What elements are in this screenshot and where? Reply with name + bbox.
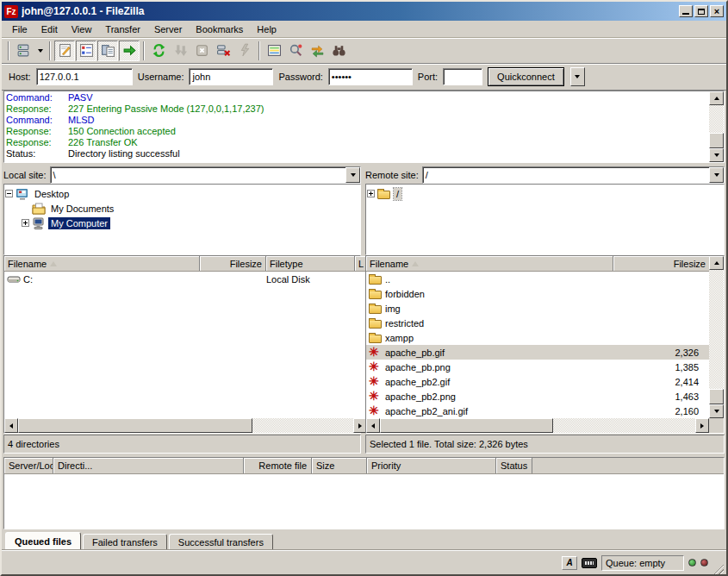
site-manager-button[interactable] xyxy=(13,41,34,61)
menu-item[interactable]: View xyxy=(65,22,99,36)
file-name: apache_pb2_ani.gif xyxy=(385,406,468,416)
scrollbar-thumb[interactable] xyxy=(380,418,553,433)
menu-item[interactable]: Bookmarks xyxy=(189,22,250,36)
file-row[interactable]: xampp xyxy=(366,330,709,345)
queue-column-header[interactable]: Directi... xyxy=(53,458,244,473)
minimize-button[interactable] xyxy=(679,5,693,17)
quickconnect-dropdown-button[interactable] xyxy=(570,67,585,86)
sort-ascending-icon xyxy=(50,261,57,266)
queue-column-header[interactable]: Server/Local file xyxy=(4,458,53,473)
column-header-filename[interactable]: Filename xyxy=(366,256,613,271)
port-input[interactable] xyxy=(443,68,482,85)
file-row[interactable]: forbidden xyxy=(366,286,709,301)
scroll-up-button[interactable] xyxy=(709,91,724,105)
data-type-ascii-icon[interactable]: A xyxy=(562,556,577,570)
local-site-dropdown-button[interactable] xyxy=(345,167,360,183)
file-row[interactable]: img xyxy=(366,301,709,316)
scrollbar-track[interactable] xyxy=(380,418,695,433)
local-site-value: \ xyxy=(51,167,345,183)
remote-horizontal-scrollbar[interactable] xyxy=(366,418,709,433)
disconnect-icon xyxy=(216,43,231,58)
toggle-transfer-queue-button[interactable] xyxy=(119,41,140,61)
file-name: C: xyxy=(23,274,33,285)
tree-item-root[interactable]: / xyxy=(367,186,723,201)
file-row[interactable]: apache_pb.png 1,385 xyxy=(366,360,709,374)
column-header-filesize[interactable]: Filesize xyxy=(200,256,266,271)
cancel-button[interactable] xyxy=(191,41,212,61)
queue-tab[interactable]: Queued files xyxy=(5,532,81,550)
file-row[interactable]: apache_pb2_ani.gif 2,160 xyxy=(366,404,709,418)
close-button[interactable]: × xyxy=(710,5,724,17)
scrollbar-thumb[interactable] xyxy=(709,389,724,404)
scrollbar-thumb[interactable] xyxy=(709,133,724,148)
queue-body[interactable] xyxy=(4,474,724,529)
local-horizontal-scrollbar[interactable] xyxy=(4,418,367,433)
column-header-filetype[interactable]: Filetype xyxy=(266,256,355,271)
directory-comparison-button[interactable] xyxy=(285,41,306,61)
scrollbar-track[interactable] xyxy=(709,270,724,404)
reconnect-button[interactable] xyxy=(234,41,255,61)
tree-item-desktop[interactable]: Desktop xyxy=(5,186,359,201)
queue-tab[interactable]: Successful transfers xyxy=(169,534,273,550)
column-header-filename[interactable]: Filename xyxy=(4,256,200,271)
expand-icon[interactable] xyxy=(367,190,375,197)
remote-vertical-scrollbar[interactable] xyxy=(709,256,724,418)
menu-item[interactable]: Transfer xyxy=(98,22,147,36)
column-header-filesize[interactable]: Filesize xyxy=(613,256,709,271)
close-icon: × xyxy=(714,7,719,16)
find-files-button[interactable] xyxy=(328,41,349,61)
toggle-message-log-button[interactable] xyxy=(54,41,75,61)
queue-column-header[interactable]: Size xyxy=(312,458,367,473)
queue-tab[interactable]: Failed transfers xyxy=(83,534,167,550)
synchronized-browsing-button[interactable] xyxy=(307,41,327,61)
scroll-left-button[interactable] xyxy=(4,418,18,433)
file-row[interactable]: apache_pb2.gif 2,414 xyxy=(366,374,709,389)
refresh-button[interactable] xyxy=(148,41,169,61)
file-row[interactable]: C: Local Disk xyxy=(4,272,367,286)
chevron-down-icon xyxy=(714,173,719,177)
scroll-down-button[interactable] xyxy=(709,148,724,162)
expand-icon[interactable] xyxy=(22,219,29,227)
file-row[interactable]: apache_pb2.png 1,463 xyxy=(366,389,709,404)
file-row[interactable]: .. xyxy=(366,272,709,286)
toggle-remote-tree-button[interactable] xyxy=(97,41,118,61)
file-row[interactable]: apache_pb.gif 2,326 xyxy=(366,345,709,360)
tree-item-my-documents[interactable]: My Documents xyxy=(5,201,359,216)
menu-item[interactable]: Edit xyxy=(34,22,65,36)
host-input[interactable]: 127.0.0.1 xyxy=(36,68,133,85)
menu-item[interactable]: Server xyxy=(147,22,189,36)
scroll-up-button[interactable] xyxy=(709,256,724,270)
toggle-local-tree-button[interactable] xyxy=(76,41,96,61)
collapse-icon[interactable] xyxy=(5,190,13,197)
queue-column-header[interactable]: Remote file xyxy=(244,458,312,473)
username-input[interactable]: john xyxy=(189,68,273,85)
file-size: 1,385 xyxy=(613,362,709,373)
scrollbar-track[interactable] xyxy=(18,418,353,433)
resize-grip[interactable] xyxy=(712,563,724,574)
filter-button[interactable] xyxy=(264,41,284,61)
scroll-right-button[interactable] xyxy=(695,418,709,433)
queue-column-header[interactable]: Status xyxy=(496,458,532,473)
site-manager-dropdown-button[interactable] xyxy=(34,41,46,61)
password-input[interactable]: •••••• xyxy=(328,68,413,85)
scrollbar-track[interactable] xyxy=(709,105,724,148)
file-row[interactable]: restricted xyxy=(366,316,709,330)
scroll-left-button[interactable] xyxy=(366,418,380,433)
log-scrollbar[interactable] xyxy=(709,91,724,162)
process-queue-button[interactable] xyxy=(170,41,190,61)
menu-item[interactable]: File xyxy=(5,22,34,36)
toolbar-separator xyxy=(8,41,9,60)
tree-item-my-computer[interactable]: My Computer xyxy=(5,216,359,230)
queue-column-header[interactable]: Priority xyxy=(367,458,496,473)
maximize-button[interactable] xyxy=(694,5,708,17)
menu-item[interactable]: Help xyxy=(250,22,283,36)
disconnect-button[interactable] xyxy=(213,41,233,61)
title-bar[interactable]: Fz john@127.0.0.1 - FileZilla × xyxy=(2,2,726,21)
quickconnect-button[interactable]: Quickconnect xyxy=(488,67,564,86)
speed-limits-icon[interactable] xyxy=(582,558,597,568)
remote-site-combo[interactable]: / xyxy=(422,166,725,184)
scroll-down-button[interactable] xyxy=(709,404,724,418)
remote-site-dropdown-button[interactable] xyxy=(709,167,724,183)
local-site-combo[interactable]: \ xyxy=(50,166,361,184)
scrollbar-thumb[interactable] xyxy=(18,418,252,433)
